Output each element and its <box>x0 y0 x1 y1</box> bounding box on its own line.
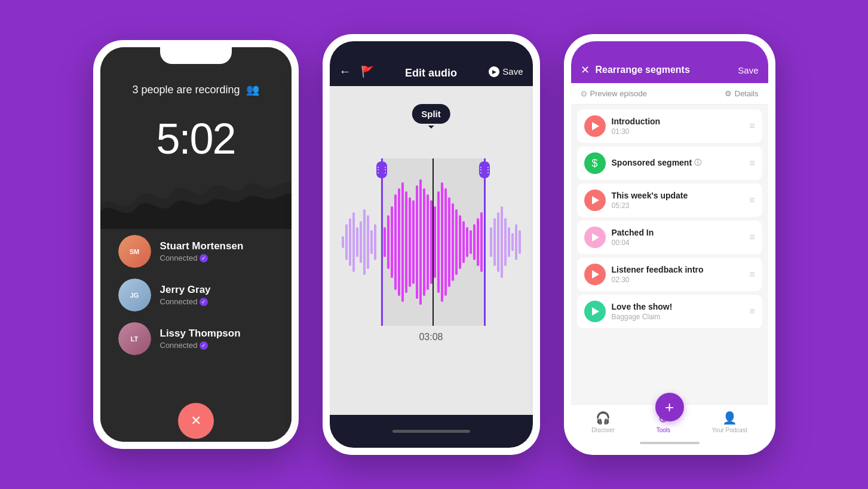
nav-discover[interactable]: 🎧 Discover <box>591 411 615 433</box>
svg-rect-31 <box>455 209 458 275</box>
svg-rect-52 <box>484 158 486 326</box>
seg-duration-introduction: 01:30 <box>612 127 744 136</box>
waveform-svg: ⋮⋮ ⋮⋮ <box>330 158 533 326</box>
segment-love: Love the show! Baggage Claim ≡ <box>577 295 762 328</box>
save-rearrange-button[interactable]: Save <box>738 65 758 75</box>
svg-rect-23 <box>427 194 429 290</box>
time-display: 03:08 <box>419 332 443 343</box>
play-btn-love[interactable] <box>584 301 606 322</box>
svg-rect-18 <box>409 197 411 287</box>
seg-info-patched: Patched In 00:04 <box>612 228 744 247</box>
seg-info-feedback: Listener feedback intro 02:30 <box>612 265 744 284</box>
seg-duration-update: 05:23 <box>612 201 744 210</box>
add-fab-button[interactable]: + <box>655 393 684 421</box>
split-tooltip[interactable]: Split <box>412 104 450 124</box>
participant-info-jerry: Jerry Gray Connected <box>160 284 211 306</box>
drag-handle-introduction[interactable]: ≡ <box>749 121 754 132</box>
audio-bottom-bar <box>330 415 533 448</box>
play-btn-sponsored[interactable]: $ <box>584 152 606 174</box>
play-icon-introduction <box>592 122 599 130</box>
svg-rect-20 <box>416 185 418 299</box>
svg-rect-5 <box>356 227 358 257</box>
seg-duration-patched: 00:04 <box>612 239 744 247</box>
svg-rect-41 <box>497 212 499 272</box>
play-btn-update[interactable] <box>584 190 606 211</box>
nav-podcast[interactable]: 👤 Your Podcast <box>712 411 747 433</box>
gear-icon: ⚙ <box>725 89 732 98</box>
seg-info-love: Love the show! Baggage Claim <box>612 302 744 321</box>
status-dot-jerry <box>200 298 208 306</box>
close-button[interactable]: ✕ <box>581 63 590 77</box>
svg-rect-10 <box>374 224 376 260</box>
svg-rect-13 <box>391 206 393 278</box>
seg-name-introduction: Introduction <box>612 117 744 126</box>
segment-sponsored: $ Sponsored segment ⓘ ≡ <box>577 146 762 180</box>
end-call-button[interactable]: ✕ <box>178 403 214 439</box>
drag-handle-update[interactable]: ≡ <box>749 195 754 206</box>
play-icon-save: ▶ <box>489 66 499 77</box>
svg-rect-6 <box>360 221 362 263</box>
svg-rect-46 <box>515 224 517 260</box>
svg-rect-33 <box>462 221 465 263</box>
user-icon: 👤 <box>722 411 737 425</box>
participants-list: SM Stuart Mortensen Connected J <box>100 235 292 355</box>
svg-rect-17 <box>405 191 407 293</box>
rearrange-screen: ✕ Rearrange segments Save ⊙ Preview epis… <box>571 41 768 448</box>
svg-rect-26 <box>437 191 440 293</box>
svg-text:⋮⋮: ⋮⋮ <box>477 166 492 174</box>
svg-rect-37 <box>477 218 479 266</box>
bottom-bar <box>571 438 768 448</box>
info-icon-sponsored: ⓘ <box>694 158 701 168</box>
waveform-area: Split <box>330 86 533 415</box>
play-btn-feedback[interactable] <box>584 264 606 285</box>
participant-status-stuart: Connected <box>160 253 244 262</box>
svg-rect-35 <box>470 230 472 254</box>
recording-timer: 5:02 <box>156 114 235 163</box>
play-icon-feedback <box>592 270 599 279</box>
participant-info-lissy: Lissy Thompson Connected <box>160 328 241 350</box>
back-button[interactable]: ← <box>339 65 351 78</box>
svg-rect-48 <box>381 158 383 326</box>
svg-rect-21 <box>419 179 422 305</box>
seg-duration-love: Baggage Claim <box>612 313 744 321</box>
flag-icon[interactable]: 🚩 <box>361 65 374 78</box>
play-btn-patched[interactable] <box>584 227 606 248</box>
segment-introduction: Introduction 01:30 ≡ <box>577 109 762 143</box>
play-icon-patched <box>592 233 599 242</box>
svg-rect-36 <box>473 224 476 260</box>
drag-handle-love[interactable]: ≡ <box>749 306 754 317</box>
preview-icon: ⊙ <box>581 89 587 98</box>
save-audio-button[interactable]: ▶ Save <box>489 66 523 77</box>
svg-rect-40 <box>493 218 496 266</box>
play-btn-introduction[interactable] <box>584 115 606 137</box>
drag-handle-feedback[interactable]: ≡ <box>749 269 754 280</box>
wave-background <box>100 157 292 229</box>
seg-name-update: This week's update <box>612 191 744 200</box>
svg-rect-8 <box>367 215 369 269</box>
add-person-icon[interactable]: 👥 <box>246 83 259 96</box>
play-icon-love <box>592 307 599 316</box>
rearrange-left: ✕ Rearrange segments <box>581 63 690 77</box>
participant-stuart: SM Stuart Mortensen Connected <box>118 235 274 268</box>
details-btn[interactable]: ⚙ Details <box>725 89 759 98</box>
rearrange-title: Rearrange segments <box>596 65 690 75</box>
drag-handle-patched[interactable]: ≡ <box>749 232 754 243</box>
svg-rect-30 <box>452 203 454 281</box>
phone-edit-audio: ← 🚩 Edit audio ▶ Save Split <box>323 34 540 455</box>
seg-name-love: Love the show! <box>612 302 744 311</box>
edit-audio-title: Edit audio <box>405 67 457 80</box>
segments-list: Introduction 01:30 ≡ $ Sponsored segment… <box>571 105 768 404</box>
svg-text:⋮⋮: ⋮⋮ <box>375 166 389 174</box>
preview-episode-btn[interactable]: ⊙ Preview episode <box>581 89 647 98</box>
participant-status-lissy: Connected <box>160 341 241 350</box>
svg-rect-51 <box>433 158 434 326</box>
svg-rect-22 <box>423 188 425 296</box>
recording-title: 3 people are recording <box>132 84 240 96</box>
seg-info-update: This week's update 05:23 <box>612 191 744 210</box>
home-indicator <box>640 442 700 444</box>
svg-rect-34 <box>466 227 468 257</box>
svg-rect-3 <box>349 218 351 266</box>
seg-name-sponsored: Sponsored segment ⓘ <box>612 158 744 168</box>
drag-handle-sponsored[interactable]: ≡ <box>749 158 754 169</box>
svg-rect-38 <box>480 212 483 272</box>
